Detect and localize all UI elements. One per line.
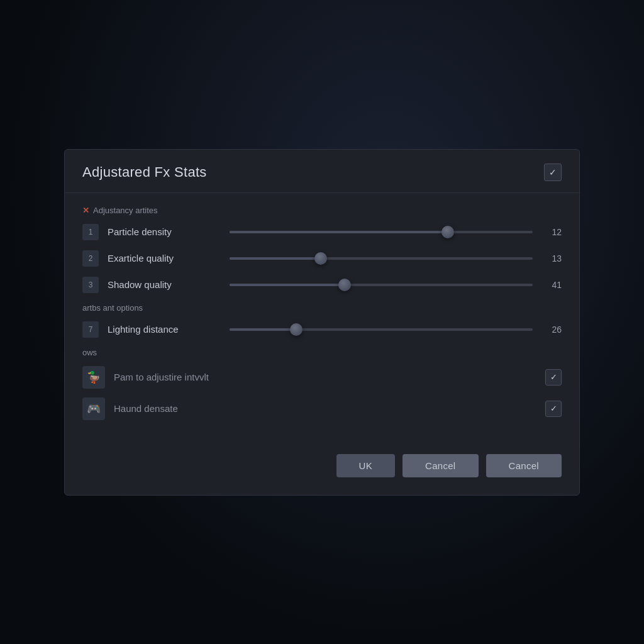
- section3-label: ows: [82, 348, 562, 357]
- slider-row: 1 Particle density 12: [82, 224, 562, 240]
- section2-sliders: 7 Lighting distance 26: [82, 321, 562, 338]
- row-number: 7: [82, 321, 99, 338]
- checkbox-box[interactable]: ✓: [545, 369, 562, 386]
- cancel-button-1[interactable]: Cancel: [402, 454, 479, 477]
- dialog-header: Adjustared Fx Stats ✓: [65, 150, 579, 193]
- slider-thumb[interactable]: [441, 226, 454, 238]
- slider-row: 3 Shadow quality 41: [82, 277, 562, 293]
- row-number: 2: [82, 250, 99, 267]
- row-label: Exarticle quality: [108, 253, 221, 264]
- dialog-body: ✕ Adjustancy artites 1 Particle density …: [65, 193, 579, 444]
- ok-button[interactable]: UK: [336, 454, 395, 477]
- slider-thumb[interactable]: [314, 252, 327, 265]
- slider-fill: [230, 231, 448, 233]
- slider-container[interactable]: [230, 279, 533, 291]
- section3-checkboxes: 🦆 Pam to adjustire intvvlt ✓ 🎮 Haund den…: [82, 366, 562, 420]
- section1-label: ✕ Adjustancy artites: [82, 206, 562, 215]
- slider-fill: [230, 257, 321, 260]
- checkbox-row: 🦆 Pam to adjustire intvvlt ✓: [82, 366, 562, 389]
- checkbox-label: Haund densate: [114, 403, 536, 414]
- checkbox-box[interactable]: ✓: [545, 401, 562, 417]
- row-label: Shadow quality: [108, 279, 221, 290]
- slider-value: 12: [541, 227, 562, 237]
- dialog-title: Adjustared Fx Stats: [82, 164, 207, 180]
- slider-track: [230, 231, 533, 233]
- checkbox-label: Pam to adjustire intvvlt: [114, 372, 536, 382]
- slider-row: 7 Lighting distance 26: [82, 321, 562, 338]
- row-icon: 🎮: [82, 397, 105, 420]
- x-mark-icon: ✕: [82, 206, 89, 215]
- slider-container[interactable]: [230, 323, 533, 336]
- slider-value: 41: [541, 280, 562, 290]
- slider-fill: [230, 284, 345, 286]
- slider-track: [230, 257, 533, 260]
- slider-fill: [230, 328, 296, 331]
- row-number: 3: [82, 277, 99, 293]
- main-dialog: Adjustared Fx Stats ✓ ✕ Adjustancy artit…: [64, 149, 580, 496]
- section2-label-text: artbs ant options: [82, 303, 143, 313]
- slider-container[interactable]: [230, 252, 533, 265]
- checkbox-row: 🎮 Haund densate ✓: [82, 397, 562, 420]
- row-number: 1: [82, 224, 99, 240]
- slider-thumb[interactable]: [338, 279, 351, 291]
- row-label: Particle density: [108, 226, 221, 237]
- slider-row: 2 Exarticle quality 13: [82, 250, 562, 267]
- section2-label: artbs ant options: [82, 303, 562, 313]
- slider-container[interactable]: [230, 226, 533, 238]
- row-label: Lighting distance: [108, 324, 221, 335]
- slider-value: 13: [541, 253, 562, 264]
- section3-label-text: ows: [82, 348, 97, 357]
- section3: ows 🦆 Pam to adjustire intvvlt ✓ 🎮 Haund…: [82, 348, 562, 420]
- cancel-button-2[interactable]: Cancel: [486, 454, 562, 477]
- slider-value: 26: [541, 325, 562, 335]
- slider-track: [230, 328, 533, 331]
- section1-label-text: Adjustancy artites: [93, 206, 158, 215]
- slider-track: [230, 284, 533, 286]
- slider-thumb[interactable]: [290, 323, 303, 336]
- row-icon: 🦆: [82, 366, 105, 389]
- section1-sliders: 1 Particle density 12 2 Exarticle qualit…: [82, 224, 562, 293]
- header-checkbox[interactable]: ✓: [544, 164, 562, 181]
- dialog-footer: UK Cancel Cancel: [65, 444, 579, 495]
